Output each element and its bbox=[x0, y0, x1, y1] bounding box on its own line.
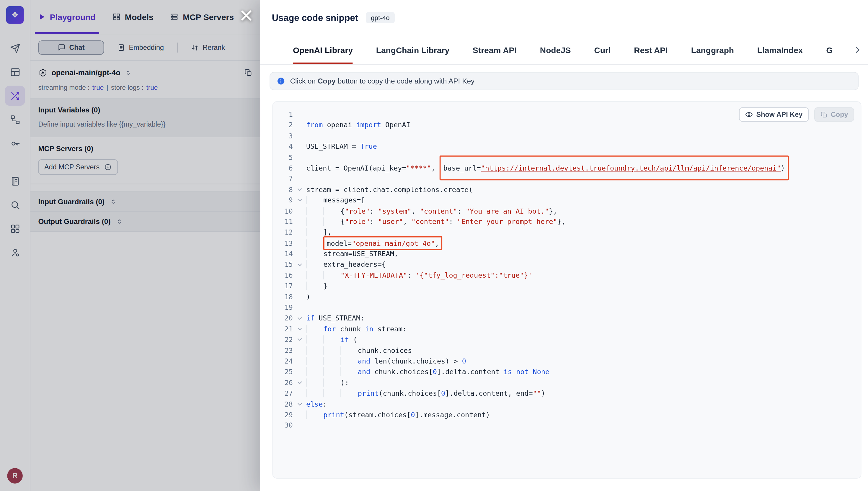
drawer-tab-nodejs[interactable]: NodeJS bbox=[540, 35, 571, 64]
line-number: 27 bbox=[276, 388, 293, 399]
line-number: 10 bbox=[276, 206, 293, 216]
highlight-box: base_url="https://internal.devtest.truef… bbox=[439, 155, 789, 180]
fold-toggle-icon[interactable] bbox=[293, 313, 306, 323]
code-line: 27 print(chunk.choices[0].delta.content,… bbox=[276, 388, 861, 399]
code-line: 15 extra_headers={ bbox=[276, 259, 861, 270]
code-line: 20if USE_STREAM: bbox=[276, 313, 861, 323]
code-line: 14 stream=USE_STREAM, bbox=[276, 249, 861, 259]
code-line: 24 and len(chunk.choices) > 0 bbox=[276, 356, 861, 367]
drawer-tab-stream-api[interactable]: Stream API bbox=[473, 35, 517, 64]
fold-gutter bbox=[293, 302, 306, 313]
code-line: 25 and chunk.choices[0].delta.content is… bbox=[276, 367, 861, 377]
drawer-header: Usage code snippet gpt-4o bbox=[260, 0, 868, 35]
line-number: 25 bbox=[276, 367, 293, 377]
drawer-tab-g[interactable]: G bbox=[826, 35, 833, 64]
fold-gutter bbox=[293, 249, 306, 259]
line-number: 6 bbox=[276, 163, 293, 173]
drawer-tab-llamaindex[interactable]: LlamaIndex bbox=[757, 35, 803, 64]
info-icon bbox=[277, 77, 285, 85]
fold-gutter bbox=[293, 141, 306, 152]
code-line: 18) bbox=[276, 291, 861, 302]
line-number: 28 bbox=[276, 399, 293, 409]
fold-gutter bbox=[293, 173, 306, 184]
fold-gutter bbox=[293, 356, 306, 367]
line-number: 26 bbox=[276, 377, 293, 388]
drawer-tabs: OpenAI LibraryLangChain LibraryStream AP… bbox=[260, 35, 868, 65]
line-number: 23 bbox=[276, 345, 293, 355]
fold-gutter bbox=[293, 238, 306, 249]
code-lines: 12from openai import OpenAI34USE_STREAM … bbox=[273, 102, 861, 431]
code-line: 8stream = client.chat.completions.create… bbox=[276, 184, 861, 195]
tabs-scroll-right-icon[interactable] bbox=[847, 35, 868, 64]
code-line: 28else: bbox=[276, 399, 861, 409]
fold-gutter bbox=[293, 281, 306, 291]
fold-gutter bbox=[293, 367, 306, 377]
fold-gutter bbox=[293, 109, 306, 119]
line-number: 30 bbox=[276, 420, 293, 431]
line-number: 2 bbox=[276, 120, 293, 131]
code-line: 29 print(stream.choices[0].message.conte… bbox=[276, 409, 861, 420]
drawer-tab-curl[interactable]: Curl bbox=[594, 35, 611, 64]
fold-toggle-icon[interactable] bbox=[293, 334, 306, 345]
line-number: 21 bbox=[276, 324, 293, 334]
fold-toggle-icon[interactable] bbox=[293, 324, 306, 334]
drawer-tab-rest-api[interactable]: Rest API bbox=[634, 35, 668, 64]
code-actions: Show API Key Copy bbox=[739, 107, 854, 122]
fold-gutter bbox=[293, 345, 306, 355]
close-icon[interactable] bbox=[239, 8, 254, 23]
line-number: 19 bbox=[276, 302, 293, 313]
line-number: 22 bbox=[276, 334, 293, 345]
fold-gutter bbox=[293, 120, 306, 131]
fold-toggle-icon[interactable] bbox=[293, 377, 306, 388]
code-panel: Show API Key Copy 12from openai import O… bbox=[273, 101, 862, 479]
fold-toggle-icon[interactable] bbox=[293, 259, 306, 270]
line-number: 13 bbox=[276, 238, 293, 249]
line-number: 9 bbox=[276, 195, 293, 205]
drawer-tab-langgraph[interactable]: Langgraph bbox=[691, 35, 734, 64]
code-line: 22 if ( bbox=[276, 334, 861, 345]
copy-button[interactable]: Copy bbox=[814, 107, 854, 122]
drawer-tab-langchain-library[interactable]: LangChain Library bbox=[376, 35, 449, 64]
line-number: 15 bbox=[276, 259, 293, 270]
copy-icon bbox=[820, 111, 827, 118]
line-number: 14 bbox=[276, 249, 293, 259]
line-number: 12 bbox=[276, 227, 293, 237]
line-number: 16 bbox=[276, 270, 293, 281]
info-banner: Click on Copy button to copy the code al… bbox=[270, 72, 859, 90]
drawer-title: Usage code snippet bbox=[272, 12, 358, 23]
line-number: 20 bbox=[276, 313, 293, 323]
fold-gutter bbox=[293, 388, 306, 399]
fold-gutter bbox=[293, 291, 306, 302]
code-line: 10 {"role": "system", "content": "You ar… bbox=[276, 206, 861, 216]
show-api-key-button[interactable]: Show API Key bbox=[739, 107, 808, 122]
line-number: 8 bbox=[276, 184, 293, 195]
show-api-key-label: Show API Key bbox=[756, 111, 803, 118]
highlight-box: model="openai-main/gpt-4o", bbox=[323, 236, 443, 250]
code-line: 9 messages=[ bbox=[276, 195, 861, 205]
copy-label: Copy bbox=[831, 111, 848, 118]
line-number: 1 bbox=[276, 109, 293, 119]
fold-toggle-icon[interactable] bbox=[293, 399, 306, 409]
code-line: 16 "X-TFY-METADATA": '{"tfy_log_request"… bbox=[276, 270, 861, 281]
line-number: 11 bbox=[276, 216, 293, 227]
modal-backdrop[interactable] bbox=[0, 0, 260, 491]
code-line: 3 bbox=[276, 131, 861, 141]
fold-gutter bbox=[293, 270, 306, 281]
code-line: 23 chunk.choices bbox=[276, 345, 861, 355]
drawer-tab-openai-library[interactable]: OpenAI Library bbox=[293, 35, 353, 64]
fold-toggle-icon[interactable] bbox=[293, 195, 306, 205]
fold-gutter bbox=[293, 409, 306, 420]
fold-toggle-icon[interactable] bbox=[293, 184, 306, 195]
fold-gutter bbox=[293, 227, 306, 237]
line-number: 18 bbox=[276, 291, 293, 302]
code-line: 17 } bbox=[276, 281, 861, 291]
line-number: 17 bbox=[276, 281, 293, 291]
code-line: 26 ): bbox=[276, 377, 861, 388]
code-line: 4USE_STREAM = True bbox=[276, 141, 861, 152]
line-number: 29 bbox=[276, 409, 293, 420]
fold-gutter bbox=[293, 152, 306, 163]
code-line: 21 for chunk in stream: bbox=[276, 324, 861, 334]
app-viewport: ❖ R bbox=[0, 0, 868, 491]
line-number: 5 bbox=[276, 152, 293, 163]
code-line: 11 {"role": "user", "content": "Enter yo… bbox=[276, 216, 861, 227]
